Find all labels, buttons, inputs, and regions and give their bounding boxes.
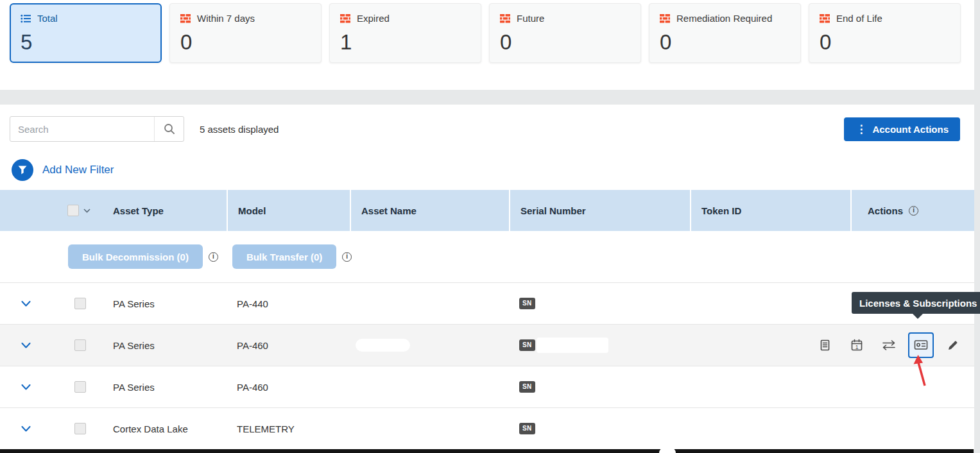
bulk-decommission-button[interactable]: Bulk Decommission (0) (68, 244, 203, 269)
select-all-checkbox[interactable] (67, 205, 79, 216)
account-actions-label: Account Actions (872, 124, 949, 135)
bulk-actions-row: Bulk Decommission (0) i Bulk Transfer (0… (0, 231, 974, 282)
chevron-down-icon[interactable] (21, 343, 31, 348)
card-value: 0 (820, 30, 950, 55)
row-checkbox[interactable] (74, 339, 86, 351)
serial-number-cell: SN (509, 325, 690, 366)
firewall-icon (340, 14, 350, 23)
licenses-tooltip: Licenses & Subscriptions (852, 292, 980, 314)
asset-type-cell: PA Series (103, 366, 227, 407)
card-value: 5 (21, 30, 151, 55)
card-value: 0 (180, 30, 311, 55)
tooltip-pointer (913, 314, 923, 319)
column-header-model: Model (227, 190, 350, 231)
serial-number-cell: SN (509, 366, 690, 407)
info-icon[interactable]: i (209, 252, 218, 262)
row-select-cell (0, 408, 103, 449)
card-label: Within 7 days (197, 13, 255, 24)
token-id-cell (690, 408, 850, 449)
details-icon[interactable] (809, 339, 841, 352)
add-new-filter-link[interactable]: Add New Filter (42, 164, 114, 176)
sn-badge: SN (519, 423, 535, 434)
search-icon[interactable] (154, 117, 184, 141)
assets-table-panel: 5 assets displayed ⋮ Account Actions Add… (0, 105, 974, 449)
card-label: Total (37, 13, 58, 24)
asset-name-cell (350, 408, 509, 449)
info-icon[interactable]: i (342, 252, 352, 262)
assets-count: 5 assets displayed (200, 124, 279, 135)
actions-cell (850, 408, 974, 449)
row-checkbox[interactable] (74, 381, 86, 393)
table-row: PA Series PA-440 SN (0, 282, 974, 324)
serial-number-cell: SN (509, 283, 690, 324)
kebab-icon: ⋮ (855, 124, 866, 135)
sn-badge: SN (519, 381, 535, 393)
summary-cards-panel: Total 5 Within 7 days 0 Expired 1 Future… (0, 0, 974, 90)
redacted-asset-name (356, 339, 410, 352)
card-value: 1 (340, 30, 470, 55)
chevron-down-icon[interactable] (83, 209, 90, 213)
column-header-asset-name: Asset Name (350, 190, 509, 231)
firewall-icon (820, 14, 830, 23)
bulk-transfer-button[interactable]: Bulk Transfer (0) (232, 244, 336, 269)
summary-card-remediation-required[interactable]: Remediation Required 0 (649, 3, 801, 63)
chevron-down-icon[interactable] (21, 301, 31, 307)
card-label: Future (517, 13, 544, 24)
red-arrow-annotation (913, 354, 929, 388)
section-divider (0, 90, 980, 105)
sn-badge: SN (519, 339, 535, 351)
column-header-token-id: Token ID (690, 190, 850, 231)
chevron-down-icon[interactable] (21, 384, 31, 390)
row-select-cell (0, 283, 103, 324)
table-row: PA Series PA-460 SN 1 (0, 324, 974, 366)
actions-header-label: Actions (868, 205, 903, 216)
chevron-down-icon[interactable] (21, 426, 31, 432)
table-toolbar: 5 assets displayed ⋮ Account Actions (10, 105, 960, 142)
search-input[interactable] (10, 117, 154, 141)
model-cell: TELEMETRY (227, 408, 350, 449)
card-label: Expired (357, 13, 390, 24)
table-row: PA Series PA-460 SN (0, 366, 974, 407)
column-header-serial-number: Serial Number (509, 190, 690, 231)
svg-text:1: 1 (855, 344, 859, 350)
summary-card-end-of-life[interactable]: End of Life 0 (809, 3, 961, 63)
row-checkbox[interactable] (74, 423, 86, 434)
row-actions: 1 (809, 325, 969, 366)
row-select-cell (0, 366, 103, 407)
asset-name-cell (350, 283, 509, 324)
calendar-icon[interactable]: 1 (841, 339, 873, 352)
table-row: Cortex Data Lake TELEMETRY SN (0, 407, 974, 449)
summary-card-future[interactable]: Future 0 (489, 3, 641, 63)
row-checkbox[interactable] (74, 298, 86, 309)
summary-card-total[interactable]: Total 5 (10, 3, 162, 63)
card-value: 0 (660, 30, 790, 55)
asset-name-cell (350, 325, 509, 366)
row-select-cell (0, 325, 103, 366)
asset-type-cell: Cortex Data Lake (103, 408, 227, 449)
card-value: 0 (500, 30, 630, 55)
edit-icon[interactable] (937, 339, 969, 352)
card-label: End of Life (836, 13, 882, 24)
filter-bar: Add New Filter (12, 159, 974, 181)
bottom-edge (0, 449, 974, 453)
card-label: Remediation Required (676, 13, 772, 24)
account-actions-button[interactable]: ⋮ Account Actions (844, 117, 960, 141)
filter-icon[interactable] (12, 159, 33, 181)
transfer-icon[interactable] (873, 339, 905, 351)
bottom-notch (659, 447, 676, 453)
column-header-asset-type: Asset Type (103, 190, 227, 231)
model-cell: PA-460 (227, 366, 350, 407)
summary-card-within-7-days[interactable]: Within 7 days 0 (169, 3, 322, 63)
tooltip-text: Licenses & Subscriptions (859, 298, 977, 309)
serial-number-cell: SN (509, 408, 690, 449)
asset-name-cell (350, 366, 509, 407)
summary-card-expired[interactable]: Expired 1 (329, 3, 481, 63)
column-header-actions: Actions i (850, 190, 974, 231)
token-id-cell (690, 366, 850, 407)
info-icon[interactable]: i (909, 206, 918, 216)
summary-cards-row: Total 5 Within 7 days 0 Expired 1 Future… (10, 3, 974, 63)
token-id-cell (690, 283, 850, 324)
sn-badge: SN (519, 298, 535, 309)
model-cell: PA-460 (227, 325, 350, 366)
redacted-serial-number (537, 338, 608, 353)
